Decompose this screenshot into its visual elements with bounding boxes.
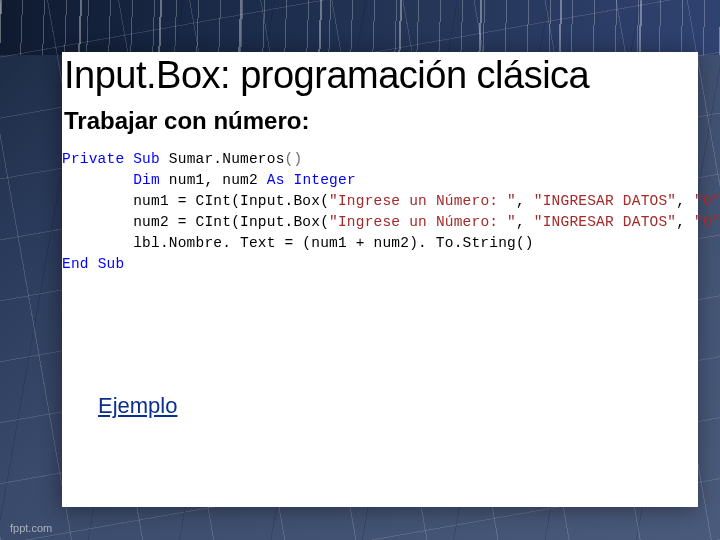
slide-title: Input.Box: programación clásica xyxy=(62,52,698,107)
example-link[interactable]: Ejemplo xyxy=(98,393,177,419)
str-default2: "0" xyxy=(694,214,720,230)
kw-integer: Integer xyxy=(293,172,355,188)
content-panel: Input.Box: programación clásica Trabajar… xyxy=(62,52,698,507)
kw-private: Private xyxy=(62,151,124,167)
call-open2: (Input.Box( xyxy=(231,214,329,230)
watermark: fppt.com xyxy=(10,522,52,534)
line5: lbl.Nombre. Text = (num1 + num2). To.Str… xyxy=(62,235,534,251)
call-open1: (Input.Box( xyxy=(231,193,329,209)
slide-subtitle: Trabajar con número: xyxy=(62,107,698,145)
kw-sub2: Sub xyxy=(98,256,125,272)
kw-dim: Dim xyxy=(133,172,160,188)
code-block: Private Sub Sumar.Numeros() Dim num1, nu… xyxy=(62,145,698,283)
line4-pre: num2 = xyxy=(62,214,196,230)
comma1b: , xyxy=(676,193,694,209)
line3-pre: num1 = xyxy=(62,193,196,209)
paren: () xyxy=(285,151,303,167)
vars: num1, num2 xyxy=(160,172,267,188)
str-title1: "INGRESAR DATOS" xyxy=(534,193,676,209)
str-default1: "0" xyxy=(694,193,720,209)
str-prompt1: "Ingrese un Número: " xyxy=(329,193,516,209)
cint2: CInt xyxy=(196,214,232,230)
fn-name: Sumar.Numeros xyxy=(169,151,285,167)
str-title2: "INGRESAR DATOS" xyxy=(534,214,676,230)
comma2b: , xyxy=(676,214,694,230)
comma1a: , xyxy=(516,193,534,209)
kw-sub: Sub xyxy=(133,151,160,167)
comma2a: , xyxy=(516,214,534,230)
str-prompt2: "Ingrese un Número: " xyxy=(329,214,516,230)
header-strip xyxy=(0,0,720,55)
cint1: CInt xyxy=(196,193,232,209)
kw-as: As xyxy=(267,172,285,188)
kw-end: End xyxy=(62,256,89,272)
slide: Input.Box: programación clásica Trabajar… xyxy=(0,0,720,540)
